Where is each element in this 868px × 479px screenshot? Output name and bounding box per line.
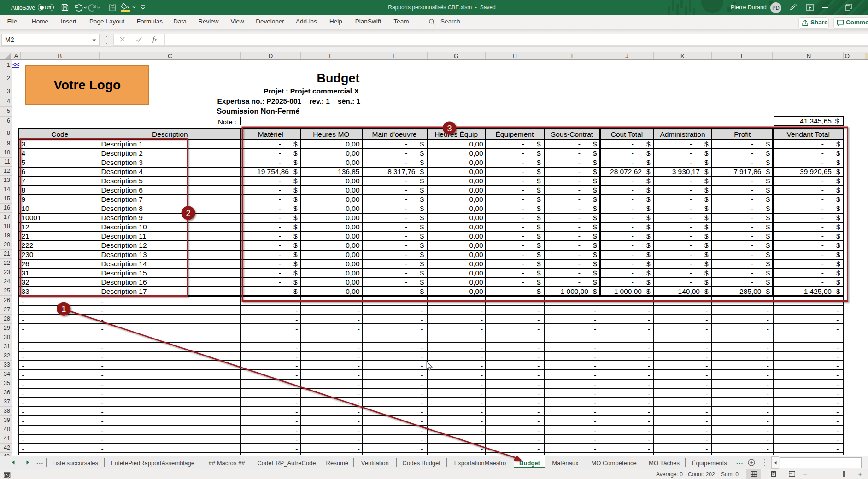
- svg-text:123: 123: [110, 7, 115, 10]
- svg-text:1: 1: [61, 304, 66, 314]
